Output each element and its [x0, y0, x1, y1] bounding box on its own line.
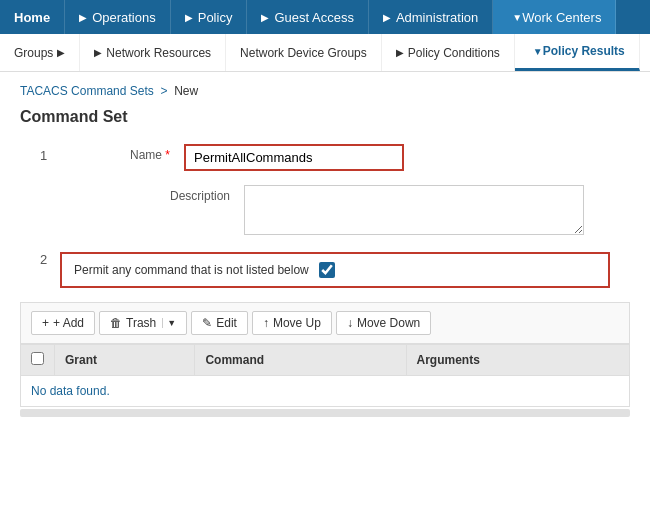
move-up-icon: ↑	[263, 316, 269, 330]
page-title: Command Set	[20, 108, 630, 126]
nav-groups-label: Groups	[14, 46, 53, 60]
add-icon: +	[42, 316, 49, 330]
nav-operations-label: Operations	[92, 10, 156, 25]
nav-work-centers-label: Work Centers	[522, 10, 601, 25]
add-button[interactable]: + + Add	[31, 311, 95, 335]
add-label: + Add	[53, 316, 84, 330]
nav-policy-results[interactable]: ▼ Policy Results	[515, 34, 640, 71]
scrollbar[interactable]	[20, 409, 630, 417]
nav-policy-conditions-arrow: ▶	[396, 47, 404, 58]
nav-groups-arrow: ▶	[57, 47, 65, 58]
description-input-wrap	[244, 185, 630, 238]
no-data-cell: No data found.	[21, 376, 630, 407]
nav-work-centers[interactable]: ▼ Work Centers	[493, 0, 616, 34]
nav-guest-access[interactable]: ▶ Guest Access	[247, 0, 368, 34]
nav-home-label: Home	[14, 10, 50, 25]
edit-label: Edit	[216, 316, 237, 330]
breadcrumb-current: New	[174, 84, 198, 98]
permit-row: Permit any command that is not listed be…	[60, 252, 610, 288]
nav-network-resources[interactable]: ▶ Network Resources	[80, 34, 226, 71]
nav-policy[interactable]: ▶ Policy	[171, 0, 248, 34]
nav-administration-label: Administration	[396, 10, 478, 25]
nav-network-device-groups[interactable]: Network Device Groups	[226, 34, 382, 71]
nav-policy-conditions-label: Policy Conditions	[408, 46, 500, 60]
form-section-step1: 1 Name * Description	[20, 144, 630, 238]
breadcrumb: TACACS Command Sets > New	[20, 84, 630, 98]
step1-number: 1	[40, 148, 47, 163]
nav-policy-results-label: Policy Results	[543, 44, 625, 58]
table-header-row: Grant Command Arguments	[21, 345, 630, 376]
nav-policy-arrow-left: ▶	[185, 12, 193, 23]
top-nav: Home ▶ Operations ▶ Policy ▶ Guest Acces…	[0, 0, 650, 34]
nav-operations-arrow-left: ▶	[79, 12, 87, 23]
name-input-wrap	[184, 144, 630, 171]
col-header-command: Command	[195, 345, 406, 376]
data-table: Grant Command Arguments No data found.	[20, 344, 630, 407]
breadcrumb-parent-link[interactable]: TACACS Command Sets	[20, 84, 154, 98]
toolbar: + + Add 🗑 Trash ▼ ✎ Edit ↑ Move Up ↓ Mov…	[20, 302, 630, 344]
permit-checkbox[interactable]	[319, 262, 335, 278]
form-section-step2: 2 Permit any command that is not listed …	[20, 252, 630, 288]
nav-work-centers-dropdown-icon: ▼	[512, 12, 522, 23]
trash-label: Trash	[126, 316, 156, 330]
trash-dropdown-arrow: ▼	[162, 318, 176, 328]
col-header-select	[21, 345, 55, 376]
description-input[interactable]	[244, 185, 584, 235]
edit-button[interactable]: ✎ Edit	[191, 311, 248, 335]
nav-network-resources-arrow: ▶	[94, 47, 102, 58]
col-header-grant: Grant	[55, 345, 195, 376]
move-up-button[interactable]: ↑ Move Up	[252, 311, 332, 335]
trash-icon: 🗑	[110, 316, 122, 330]
select-all-checkbox[interactable]	[31, 352, 44, 365]
nav-groups[interactable]: Groups ▶	[0, 34, 80, 71]
trash-button[interactable]: 🗑 Trash ▼	[99, 311, 187, 335]
nav-guest-access-label: Guest Access	[274, 10, 353, 25]
nav-administration[interactable]: ▶ Administration	[369, 0, 493, 34]
name-required-star: *	[165, 148, 170, 162]
name-label: Name *	[80, 144, 170, 162]
table-row-nodata: No data found.	[21, 376, 630, 407]
nav-guest-access-arrow-left: ▶	[261, 12, 269, 23]
description-label: Description	[140, 185, 230, 203]
nav-home[interactable]: Home	[0, 0, 65, 34]
nav-policy-sets[interactable]: Policy Sets	[640, 34, 650, 71]
move-up-label: Move Up	[273, 316, 321, 330]
permit-text: Permit any command that is not listed be…	[74, 263, 309, 277]
edit-icon: ✎	[202, 316, 212, 330]
nav-policy-conditions[interactable]: ▶ Policy Conditions	[382, 34, 515, 71]
nav-policy-results-dropdown-icon: ▼	[533, 46, 543, 57]
move-down-label: Move Down	[357, 316, 420, 330]
name-input[interactable]	[184, 144, 404, 171]
nav-network-device-groups-label: Network Device Groups	[240, 46, 367, 60]
move-down-button[interactable]: ↓ Move Down	[336, 311, 431, 335]
nav-network-resources-label: Network Resources	[106, 46, 211, 60]
nav-policy-label: Policy	[198, 10, 233, 25]
move-down-icon: ↓	[347, 316, 353, 330]
nav-operations[interactable]: ▶ Operations	[65, 0, 171, 34]
second-nav: Groups ▶ ▶ Network Resources Network Dev…	[0, 34, 650, 72]
content-area: TACACS Command Sets > New Command Set 1 …	[0, 72, 650, 532]
step2-number: 2	[40, 252, 47, 267]
nav-administration-arrow-left: ▶	[383, 12, 391, 23]
col-header-arguments: Arguments	[406, 345, 629, 376]
